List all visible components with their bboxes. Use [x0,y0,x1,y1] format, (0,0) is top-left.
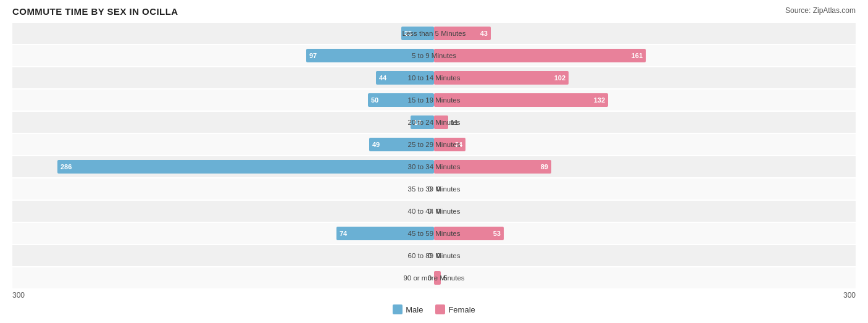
legend-female: Female [435,304,475,314]
male-value: 0 [428,252,432,259]
chart-wrapper: 2543Less than 5 Minutes971615 to 9 Minut… [12,23,856,300]
axis-left: 300 [12,291,25,300]
legend-male: Male [393,304,423,314]
bar-female: 89 [434,160,551,174]
male-value: 97 [306,52,317,59]
female-value: 24 [455,141,465,148]
male-value: 25 [401,30,412,37]
female-value: 43 [480,30,491,37]
bar-male: 74 [336,227,434,240]
axis-labels: 300 300 [12,291,856,300]
male-value: 50 [368,96,378,104]
bar-female: 53 [434,227,504,240]
bar-row: 181120 to 24 Minutes [12,112,856,133]
female-value: 102 [554,74,569,82]
bar-row: 971615 to 9 Minutes [12,45,856,66]
bar-row: 0590 or more Minutes [12,267,856,288]
bar-row: 5013215 to 19 Minutes [12,90,856,111]
bar-female [434,115,448,129]
bar-row: 492425 to 29 Minutes [12,134,856,155]
rows-container: 2543Less than 5 Minutes971615 to 9 Minut… [12,23,856,288]
female-value: 132 [594,96,608,104]
legend-female-box [435,304,445,314]
male-value: 74 [336,230,347,237]
female-value: 5 [443,274,447,282]
bar-female: 43 [434,27,491,40]
male-value: 286 [57,163,72,170]
chart-title: COMMUTE TIME BY SEX IN OCILLA [12,6,178,17]
female-value: 53 [493,230,504,237]
bar-male: 50 [368,93,434,107]
female-value: 0 [436,252,440,259]
male-value: 0 [428,274,432,282]
bar-female: 132 [434,93,608,107]
bar-row: 0040 to 44 Minutes [12,201,856,222]
legend-female-label: Female [448,305,475,314]
male-value: 18 [411,119,421,126]
bar-male: 25 [401,27,434,40]
legend-male-label: Male [406,305,423,314]
bar-male: 49 [369,138,434,151]
source-label: Source: ZipAtlas.com [785,6,856,15]
male-value: 44 [376,74,386,82]
bar-row: 0060 to 89 Minutes [12,245,856,266]
female-value: 0 [436,208,440,215]
female-value: 89 [541,163,551,170]
bar-male: 44 [376,71,434,85]
legend: Male Female [12,304,856,314]
bar-male: 18 [411,115,434,129]
bar-row: 0035 to 39 Minutes [12,178,856,199]
bar-row: 745345 to 59 Minutes [12,223,856,244]
legend-male-box [393,304,403,314]
bar-row: 4410210 to 14 Minutes [12,67,856,88]
male-value: 49 [369,141,380,148]
axis-right: 300 [843,291,856,300]
bar-male: 97 [306,49,434,62]
female-value: 161 [632,52,646,59]
bar-female: 161 [434,49,646,62]
bar-male: 286 [57,160,434,174]
bar-row: 2868930 to 34 Minutes [12,156,856,177]
male-value: 0 [428,185,432,193]
bar-female: 24 [434,138,465,151]
bar-female: 102 [434,71,569,85]
female-value: 0 [436,185,440,193]
female-value: 11 [451,119,458,126]
bar-row: 2543Less than 5 Minutes [12,23,856,44]
bar-female [434,271,441,285]
male-value: 0 [428,208,432,215]
chart-header: COMMUTE TIME BY SEX IN OCILLA Source: Zi… [12,6,856,17]
